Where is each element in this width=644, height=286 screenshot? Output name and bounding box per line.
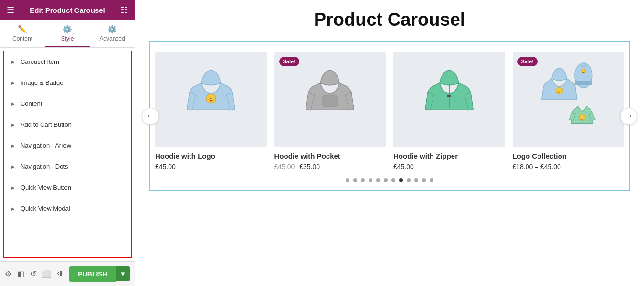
sidebar-title: Edit Product Carousel bbox=[30, 6, 105, 14]
chevron-icon: ► bbox=[11, 101, 16, 107]
svg-text:😜: 😜 bbox=[208, 96, 214, 102]
sidebar-header: ☰ Edit Product Carousel ☷ bbox=[0, 0, 135, 20]
menu-quick-view-button[interactable]: ► Quick View Button bbox=[4, 177, 131, 198]
dot-1[interactable] bbox=[353, 178, 357, 182]
settings-icon[interactable]: ⚙ bbox=[5, 269, 11, 278]
product-price-hoodie-pocket: £45.00 £35.00 bbox=[274, 163, 386, 171]
sidebar-menu: ► Carousel Item ► Image & Badge ► Conten… bbox=[3, 51, 132, 258]
template-icon[interactable]: ⬜ bbox=[42, 269, 52, 278]
layers-icon[interactable]: ◧ bbox=[17, 269, 24, 278]
dot-0[interactable] bbox=[346, 178, 349, 182]
product-card-hoodie-zipper: Hoodie with Zipper £45.00 bbox=[393, 52, 505, 171]
menu-navigation-arrow[interactable]: ► Navigation - Arrow bbox=[4, 135, 131, 156]
content-tab-icon: ✏️ bbox=[18, 25, 27, 34]
menu-item-label: Navigation - Dots bbox=[21, 163, 68, 170]
svg-rect-8 bbox=[575, 81, 592, 85]
hoodie-pocket-svg bbox=[301, 61, 359, 138]
menu-add-to-cart[interactable]: ► Add to Cart Button bbox=[4, 114, 131, 135]
preview-icon[interactable]: 👁 bbox=[57, 270, 65, 278]
svg-rect-2 bbox=[323, 96, 337, 106]
publish-dropdown-button[interactable]: ▼ bbox=[116, 266, 130, 281]
tab-style-label: Style bbox=[61, 35, 74, 42]
tab-content-label: Content bbox=[12, 35, 32, 42]
menu-item-label: Content bbox=[21, 100, 42, 107]
dot-2[interactable] bbox=[361, 178, 365, 182]
tab-advanced[interactable]: ⚙️ Advanced bbox=[90, 20, 135, 47]
dot-5[interactable] bbox=[384, 178, 388, 182]
product-name-hoodie-logo: Hoodie with Logo bbox=[155, 152, 267, 160]
carousel-dots bbox=[155, 178, 624, 182]
product-card-logo-collection: Sale! 😜 bbox=[513, 52, 624, 171]
hoodie-logo-svg: 😜 bbox=[182, 61, 240, 138]
product-name-hoodie-pocket: Hoodie with Pocket bbox=[274, 152, 386, 160]
history-icon[interactable]: ↺ bbox=[30, 269, 36, 278]
chevron-icon: ► bbox=[11, 185, 16, 191]
menu-item-label: Quick View Button bbox=[21, 184, 71, 191]
chevron-icon: ► bbox=[11, 206, 16, 212]
dot-3[interactable] bbox=[369, 178, 372, 182]
product-price-logo-collection: £18.00 – £45.00 bbox=[513, 163, 624, 171]
carousel-arrow-left[interactable]: ← bbox=[142, 108, 159, 125]
menu-item-label: Carousel Item bbox=[21, 58, 59, 65]
chevron-icon: ► bbox=[11, 59, 16, 65]
grid-icon[interactable]: ☷ bbox=[120, 5, 128, 15]
dot-6[interactable] bbox=[391, 178, 395, 182]
dot-4[interactable] bbox=[376, 178, 380, 182]
carousel-container: ← → bbox=[149, 41, 630, 191]
carousel-arrow-right[interactable]: → bbox=[620, 108, 637, 125]
publish-btn-group: PUBLISH ▼ bbox=[69, 266, 130, 282]
tab-style[interactable]: ⚙️ Style bbox=[45, 20, 90, 47]
hoodie-zipper-svg bbox=[421, 61, 478, 138]
style-tab-icon: ⚙️ bbox=[63, 25, 72, 34]
dot-10[interactable] bbox=[422, 178, 426, 182]
product-image-hoodie-pocket: Sale! bbox=[274, 52, 386, 147]
svg-rect-4 bbox=[447, 95, 451, 97]
sidebar: ☰ Edit Product Carousel ☷ ✏️ Content ⚙️ … bbox=[0, 0, 135, 286]
chevron-icon: ► bbox=[11, 80, 16, 86]
dot-9[interactable] bbox=[414, 178, 418, 182]
product-name-hoodie-zipper: Hoodie with Zipper bbox=[393, 152, 505, 160]
dot-7[interactable] bbox=[399, 178, 403, 182]
product-card-hoodie-pocket: Sale! Hoodie with Pocket £ bbox=[274, 52, 386, 171]
product-card-hoodie-logo: 😜 Hoodie with Logo £45.00 bbox=[155, 52, 267, 171]
hamburger-icon[interactable]: ☰ bbox=[7, 5, 14, 15]
product-price-hoodie-zipper: £45.00 bbox=[393, 163, 505, 171]
svg-text:😜: 😜 bbox=[557, 89, 562, 93]
svg-text:😜: 😜 bbox=[582, 70, 585, 74]
carousel-track: 😜 Hoodie with Logo £45.00 Sale! bbox=[155, 52, 624, 171]
dot-11[interactable] bbox=[430, 178, 433, 182]
advanced-tab-icon: ⚙️ bbox=[107, 25, 117, 34]
menu-item-label: Image & Badge bbox=[21, 79, 63, 86]
menu-item-label: Quick View Modal bbox=[21, 205, 70, 212]
product-image-hoodie-logo: 😜 bbox=[155, 52, 267, 147]
publish-button[interactable]: PUBLISH bbox=[69, 266, 116, 282]
tab-content[interactable]: ✏️ Content bbox=[0, 20, 45, 47]
sale-badge-pocket: Sale! bbox=[279, 57, 299, 66]
sale-badge-collection: Sale! bbox=[517, 57, 538, 66]
menu-quick-view-modal[interactable]: ► Quick View Modal bbox=[4, 198, 131, 219]
menu-item-label: Navigation - Arrow bbox=[21, 142, 71, 149]
sidebar-footer: ⚙ ◧ ↺ ⬜ 👁 PUBLISH ▼ bbox=[0, 261, 135, 286]
chevron-icon: ► bbox=[11, 164, 16, 170]
dot-8[interactable] bbox=[407, 178, 411, 182]
product-image-hoodie-zipper bbox=[393, 52, 505, 147]
footer-icons: ⚙ ◧ ↺ ⬜ 👁 bbox=[5, 269, 65, 278]
chevron-icon: ► bbox=[11, 143, 16, 149]
main-content: Product Carousel ← → bbox=[135, 0, 644, 286]
product-name-logo-collection: Logo Collection bbox=[513, 152, 624, 160]
svg-point-9 bbox=[581, 62, 586, 67]
svg-text:😜: 😜 bbox=[581, 116, 584, 120]
sidebar-tabs: ✏️ Content ⚙️ Style ⚙️ Advanced bbox=[0, 20, 135, 48]
menu-image-badge[interactable]: ► Image & Badge bbox=[4, 72, 131, 93]
product-price-hoodie-logo: £45.00 bbox=[155, 163, 267, 171]
menu-navigation-dots[interactable]: ► Navigation - Dots bbox=[4, 156, 131, 177]
logo-collection-svg: 😜 😜 bbox=[539, 61, 597, 138]
menu-item-label: Add to Cart Button bbox=[21, 121, 72, 128]
menu-carousel-item[interactable]: ► Carousel Item bbox=[4, 51, 131, 72]
chevron-icon: ► bbox=[11, 122, 16, 128]
menu-content[interactable]: ► Content bbox=[4, 93, 131, 114]
page-title: Product Carousel bbox=[149, 10, 630, 30]
tab-advanced-label: Advanced bbox=[99, 35, 125, 42]
product-image-logo-collection: Sale! 😜 bbox=[513, 52, 624, 147]
